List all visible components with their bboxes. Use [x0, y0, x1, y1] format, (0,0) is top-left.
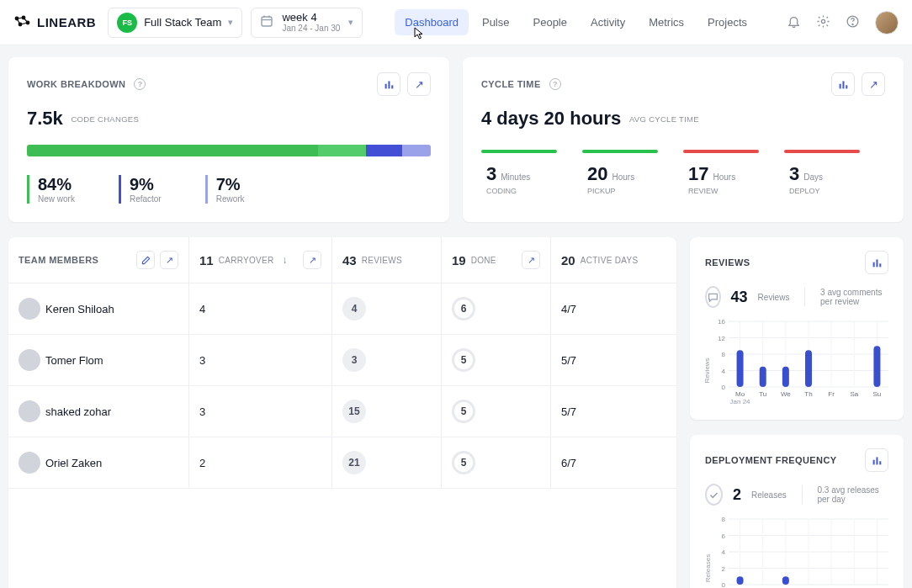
nav-dashboard[interactable]: Dashboard — [395, 9, 469, 35]
releases-avg: 0.3 avg releases per day — [817, 485, 888, 504]
chart-icon-button[interactable] — [865, 448, 888, 472]
column-carryover[interactable]: 11 CARRYOVER ↓ ↗ — [189, 237, 332, 283]
expand-icon-button[interactable]: ↗ — [407, 72, 431, 96]
segment-label: DEPLOY — [789, 187, 885, 195]
svg-text:0: 0 — [722, 384, 726, 391]
segment-unit: Minutes — [501, 172, 530, 182]
chevron-down-icon: ▾ — [228, 17, 233, 28]
svg-text:Th: Th — [804, 390, 812, 398]
chart-icon-button[interactable] — [377, 72, 400, 96]
svg-rect-15 — [876, 259, 878, 267]
team-table-body: Keren Shiloah4464/7Tomer Flom3355/7shake… — [8, 283, 676, 489]
expand-icon-button[interactable]: ↗ — [160, 251, 178, 269]
svg-rect-28 — [737, 350, 744, 387]
team-selector[interactable]: FS Full Stack Team ▾ — [108, 8, 242, 38]
segment-value: 20 — [587, 163, 607, 184]
nav-pulse[interactable]: Pulse — [472, 9, 520, 35]
svg-rect-16 — [879, 263, 881, 267]
svg-rect-61 — [737, 576, 744, 585]
reviews-chart: Reviews 0481216MoJan 24TuWeThFrSaSu — [690, 315, 904, 420]
work-breakdown-title: WORK BREAKDOWN — [27, 79, 125, 89]
deployment-card: DEPLOYMENT FREQUENCY 2 Releases 0.3 avg … — [690, 435, 904, 588]
deployment-chart: Releases 02468MoTuWeThFrSaSu — [690, 512, 904, 588]
nav-people[interactable]: People — [523, 9, 577, 35]
gear-icon[interactable] — [816, 14, 830, 31]
date-primary: week 4 — [282, 12, 340, 24]
cell-done: 5 — [452, 348, 475, 372]
table-row[interactable]: Tomer Flom3355/7 — [8, 335, 676, 386]
segment-value: 3 — [789, 163, 799, 184]
edit-icon-button[interactable] — [136, 251, 155, 269]
user-avatar[interactable] — [875, 11, 899, 34]
nav-projects[interactable]: Projects — [697, 9, 757, 35]
svg-text:6: 6 — [722, 532, 726, 540]
expand-icon-button[interactable]: ↗ — [522, 251, 540, 269]
svg-point-5 — [821, 19, 825, 23]
cell-carryover: 4 — [199, 303, 205, 315]
cycle-time-label: AVG CYCLE TIME — [629, 114, 699, 124]
calendar-icon — [260, 14, 273, 30]
table-row[interactable]: Oriel Zaken22156/7 — [8, 437, 676, 489]
table-row[interactable]: shaked zohar31555/7 — [8, 386, 676, 437]
svg-rect-49 — [879, 461, 881, 464]
column-done[interactable]: 19 DONE ↗ — [442, 237, 551, 283]
reviews-avg-comments: 3 avg comments per review — [820, 288, 888, 306]
member-name: shaked zohar — [45, 405, 111, 418]
team-name: Full Stack Team — [144, 16, 221, 29]
column-reviews[interactable]: 43 REVIEWS — [332, 237, 442, 283]
cell-carryover: 2 — [199, 457, 205, 469]
table-row[interactable]: Keren Shiloah4464/7 — [8, 283, 676, 335]
deployment-title: DEPLOYMENT FREQUENCY — [705, 455, 837, 465]
svg-rect-8 — [384, 83, 386, 88]
breakdown-stat: 84%New work — [27, 175, 75, 204]
svg-rect-66 — [782, 576, 789, 585]
brand-mark-icon — [13, 15, 32, 30]
svg-rect-14 — [872, 262, 874, 267]
svg-rect-13 — [846, 85, 847, 88]
member-name: Tomer Flom — [45, 354, 103, 367]
stat-percent: 7% — [216, 175, 245, 194]
svg-text:8: 8 — [722, 351, 726, 358]
code-changes-label: CODE CHANGES — [71, 114, 139, 124]
brand-logo: LINEARB — [13, 15, 96, 30]
help-icon[interactable] — [846, 14, 860, 31]
team-table-header: TEAM MEMBERS ↗ 11 CARRYOVER ↓ ↗ 43 RE — [8, 237, 676, 283]
svg-rect-11 — [839, 83, 840, 88]
stat-label: New work — [38, 194, 75, 204]
svg-rect-10 — [391, 85, 393, 88]
active-days-label: ACTIVE DAYS — [581, 256, 639, 265]
svg-text:16: 16 — [718, 318, 725, 326]
member-avatar — [19, 400, 40, 422]
segment-unit: Hours — [713, 172, 735, 182]
chart-icon-button[interactable] — [831, 72, 855, 96]
check-icon — [705, 484, 723, 506]
date-range-selector[interactable]: week 4 Jan 24 - Jan 30 ▾ — [251, 8, 363, 38]
nav-activity[interactable]: Activity — [581, 9, 635, 35]
help-icon[interactable]: ? — [134, 78, 146, 90]
svg-text:Tu: Tu — [759, 390, 766, 398]
cell-active-days: 5/7 — [561, 354, 576, 367]
stat-label: Rework — [216, 194, 245, 204]
sort-down-icon: ↓ — [283, 254, 288, 266]
member-name: Oriel Zaken — [45, 457, 102, 469]
cycle-time-value: 4 days 20 hours — [481, 108, 621, 129]
svg-text:4: 4 — [722, 368, 726, 375]
stat-percent: 9% — [130, 175, 162, 194]
segment-value: 3 — [486, 163, 496, 184]
reviews-card: REVIEWS 43 Reviews 3 avg comments per re… — [690, 237, 904, 420]
chart-icon-button[interactable] — [865, 251, 888, 274]
svg-text:Jan 24: Jan 24 — [730, 398, 751, 405]
nav-metrics[interactable]: Metrics — [639, 9, 694, 35]
svg-text:0: 0 — [722, 581, 726, 588]
help-icon[interactable]: ? — [549, 78, 561, 90]
cell-reviews: 21 — [342, 451, 366, 474]
column-active-days[interactable]: 20 ACTIVE DAYS — [551, 237, 676, 283]
expand-icon-button[interactable]: ↗ — [303, 251, 321, 269]
svg-text:Fr: Fr — [828, 390, 835, 398]
date-secondary: Jan 24 - Jan 30 — [282, 24, 340, 33]
bell-icon[interactable] — [787, 14, 801, 31]
svg-text:Sa: Sa — [850, 390, 858, 398]
reviews-chart-ylabel: Reviews — [703, 358, 711, 383]
expand-icon-button[interactable]: ↗ — [862, 72, 885, 96]
breakdown-stats: 84%New work9%Refactor7%Rework — [27, 175, 431, 204]
